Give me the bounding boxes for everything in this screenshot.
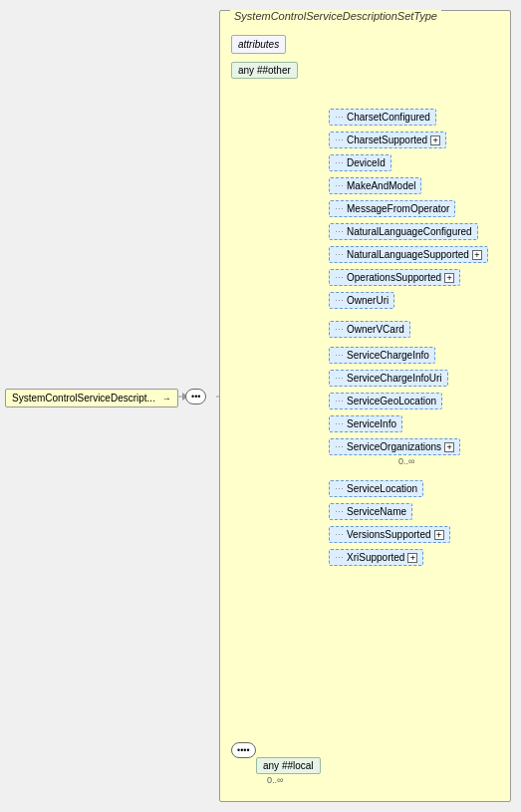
elem-icon-XriSupported: ⋯ — [335, 553, 344, 563]
expand-VersionsSupported[interactable]: + — [434, 530, 444, 540]
elem-label-CharsetSupported: CharsetSupported — [347, 135, 427, 145]
elem-ServiceInfo[interactable]: ⋯ ServiceInfo — [329, 415, 402, 432]
attributes-label: attributes — [238, 39, 279, 50]
elem-icon-MakeAndModel: ⋯ — [335, 181, 344, 191]
left-node-label: SystemControlServiceDescript... — [12, 393, 155, 404]
elem-OperationsSupported[interactable]: ⋯ OperationsSupported + — [329, 269, 460, 286]
main-connector[interactable]: ••• — [185, 389, 206, 405]
elem-label-VersionsSupported: VersionsSupported — [347, 529, 431, 540]
elem-ServiceGeoLocation[interactable]: ⋯ ServiceGeoLocation — [329, 393, 442, 409]
any-local-multiplicity: 0..∞ — [267, 775, 283, 785]
expand-CharsetSupported[interactable]: + — [430, 135, 440, 145]
elem-OwnerUri[interactable]: ⋯ OwnerUri — [329, 292, 394, 309]
service-organizations-multiplicity: 0..∞ — [398, 456, 414, 466]
elem-label-OwnerUri: OwnerUri — [347, 295, 389, 306]
elem-icon-NaturalLanguageConfigured: ⋯ — [335, 227, 344, 237]
elem-label-XriSupported: XriSupported — [347, 552, 404, 563]
any-other-node[interactable]: any ##other — [231, 62, 298, 79]
elem-label-ServiceInfo: ServiceInfo — [347, 418, 396, 429]
connector-label: ••• — [191, 392, 200, 402]
elem-icon-ServiceInfo: ⋯ — [335, 419, 344, 429]
elem-icon-ServiceChargeInfo: ⋯ — [335, 351, 344, 361]
elem-label-ServiceGeoLocation: ServiceGeoLocation — [347, 396, 436, 406]
elem-icon-OwnerVCard: ⋯ — [335, 325, 344, 335]
elem-icon-DeviceId: ⋯ — [335, 158, 344, 168]
attributes-box: attributes — [231, 35, 286, 54]
elem-ServiceLocation[interactable]: ⋯ ServiceLocation — [329, 480, 423, 497]
elem-icon-VersionsSupported: ⋯ — [335, 530, 344, 540]
elem-VersionsSupported[interactable]: ⋯ VersionsSupported + — [329, 526, 450, 543]
elem-label-OperationsSupported: OperationsSupported — [347, 272, 441, 283]
elem-ServiceChargeInfoUri[interactable]: ⋯ ServiceChargeInfoUri — [329, 370, 448, 387]
any-local-node[interactable]: any ##local — [256, 757, 321, 774]
any-local-label: any ##local — [263, 760, 314, 771]
elem-label-ServiceChargeInfo: ServiceChargeInfo — [347, 350, 429, 361]
elem-NaturalLanguageConfigured[interactable]: ⋯ NaturalLanguageConfigured — [329, 223, 478, 240]
elem-ServiceOrganizations[interactable]: ⋯ ServiceOrganizations + — [329, 438, 460, 455]
elem-label-ServiceChargeInfoUri: ServiceChargeInfoUri — [347, 373, 442, 384]
elem-icon-ServiceChargeInfoUri: ⋯ — [335, 374, 344, 384]
diagram-container: SystemControlServiceDescriptionSetType a… — [0, 0, 521, 812]
bottom-connector[interactable]: •••• — [231, 742, 256, 758]
elem-icon-ServiceName: ⋯ — [335, 507, 344, 517]
expand-NaturalLanguageSupported[interactable]: + — [472, 250, 482, 260]
elem-label-MessageFromOperator: MessageFromOperator — [347, 203, 449, 214]
type-box-title: SystemControlServiceDescriptionSetType — [230, 10, 441, 22]
elem-ServiceChargeInfo[interactable]: ⋯ ServiceChargeInfo — [329, 347, 435, 364]
elem-icon-ServiceLocation: ⋯ — [335, 484, 344, 494]
left-node[interactable]: SystemControlServiceDescript... → — [5, 389, 178, 407]
left-node-arrow: → — [162, 394, 171, 404]
elem-icon-ServiceGeoLocation: ⋯ — [335, 397, 344, 406]
elem-MakeAndModel[interactable]: ⋯ MakeAndModel — [329, 177, 421, 194]
elem-DeviceId[interactable]: ⋯ DeviceId — [329, 154, 391, 171]
expand-OperationsSupported[interactable]: + — [444, 273, 454, 283]
elem-label-ServiceOrganizations: ServiceOrganizations — [347, 441, 441, 452]
elem-label-MakeAndModel: MakeAndModel — [347, 180, 415, 191]
expand-ServiceOrganizations[interactable]: + — [444, 442, 454, 452]
elem-label-ServiceName: ServiceName — [347, 506, 406, 517]
elem-icon-CharsetSupported: ⋯ — [335, 135, 344, 145]
elem-icon-MessageFromOperator: ⋯ — [335, 204, 344, 214]
elem-icon-OperationsSupported: ⋯ — [335, 273, 344, 283]
elem-icon-OwnerUri: ⋯ — [335, 296, 344, 306]
elem-label-CharsetConfigured: CharsetConfigured — [347, 112, 430, 123]
elem-icon-NaturalLanguageSupported: ⋯ — [335, 250, 344, 260]
elem-ServiceName[interactable]: ⋯ ServiceName — [329, 503, 412, 520]
elem-label-DeviceId: DeviceId — [347, 157, 386, 168]
expand-XriSupported[interactable]: + — [407, 553, 417, 563]
elem-MessageFromOperator[interactable]: ⋯ MessageFromOperator — [329, 200, 455, 217]
elem-NaturalLanguageSupported[interactable]: ⋯ NaturalLanguageSupported + — [329, 246, 488, 263]
elem-label-OwnerVCard: OwnerVCard — [347, 324, 404, 335]
elem-XriSupported[interactable]: ⋯ XriSupported + — [329, 549, 423, 566]
bottom-connector-label: •••• — [237, 745, 250, 755]
elem-CharsetConfigured[interactable]: ⋯ CharsetConfigured — [329, 109, 436, 126]
elem-label-NaturalLanguageConfigured: NaturalLanguageConfigured — [347, 226, 472, 237]
any-other-label: any ##other — [238, 65, 291, 76]
elem-icon-ServiceOrganizations: ⋯ — [335, 442, 344, 452]
elem-label-ServiceLocation: ServiceLocation — [347, 483, 417, 494]
elem-CharsetSupported[interactable]: ⋯ CharsetSupported + — [329, 132, 446, 148]
elem-label-NaturalLanguageSupported: NaturalLanguageSupported — [347, 249, 469, 260]
elem-OwnerVCard[interactable]: ⋯ OwnerVCard — [329, 321, 410, 338]
elem-icon-CharsetConfigured: ⋯ — [335, 113, 344, 123]
